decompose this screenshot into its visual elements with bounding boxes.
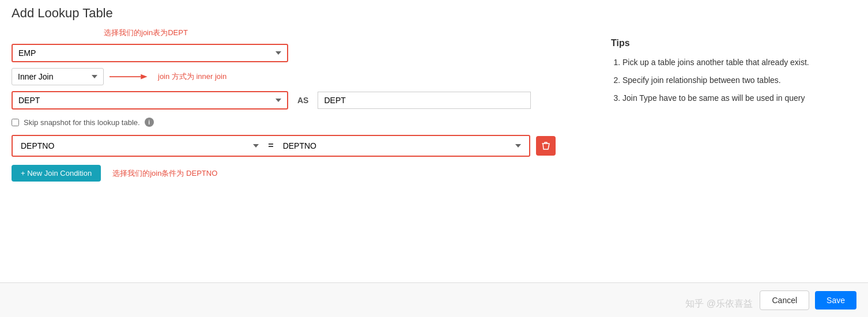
right-condition-select[interactable]: DEPTNO EMPNO ENAME JOB <box>280 138 524 153</box>
footer-bar: 知乎 @乐依喜益 Cancel Save <box>0 282 868 317</box>
tips-list: Pick up a table joins another table that… <box>611 55 830 106</box>
alias-input[interactable] <box>318 92 531 109</box>
page-container: Add Lookup Table 选择我们的join表为DEPT EMP DEP… <box>0 0 868 317</box>
tips-section: Tips Pick up a table joins another table… <box>611 32 830 193</box>
row-join-type: Inner Join Left Join Right Join Full Joi… <box>12 68 588 85</box>
arrow-annotation: join 方式为 inner join <box>110 71 227 82</box>
page-title: Add Lookup Table <box>12 6 856 21</box>
form-section: 选择我们的join表为DEPT EMP DEPT SALGRADE Inner … <box>12 32 588 193</box>
row-dept: DEPT EMP SALGRADE AS <box>12 91 588 110</box>
cancel-button[interactable]: Cancel <box>760 290 809 310</box>
join-condition-box: DEPTNO EMPNO ENAME JOB = DEPTNO EMPNO EN… <box>12 135 530 157</box>
annotation-condition: 选择我们的join条件为 DEPTNO <box>112 168 217 179</box>
emp-select-wrapper: 选择我们的join表为DEPT EMP DEPT SALGRADE <box>12 44 288 62</box>
row-join-condition: DEPTNO EMPNO ENAME JOB = DEPTNO EMPNO EN… <box>12 135 588 157</box>
eq-sign: = <box>268 141 273 151</box>
tip-item-2: Specify join relationship between two ta… <box>622 73 830 88</box>
delete-condition-button[interactable] <box>536 136 556 156</box>
annotation-table: 选择我们的join表为DEPT <box>104 28 188 38</box>
dept-select[interactable]: DEPT EMP SALGRADE <box>12 91 288 110</box>
as-label: AS <box>297 96 308 105</box>
join-type-select[interactable]: Inner Join Left Join Right Join Full Joi… <box>12 68 104 85</box>
row-skip: Skip snapshot for this lookup table. i <box>12 118 588 127</box>
skip-snapshot-checkbox[interactable] <box>12 119 19 126</box>
svg-marker-1 <box>141 74 147 80</box>
left-condition-select[interactable]: DEPTNO EMPNO ENAME JOB <box>17 138 262 153</box>
trash-icon <box>542 141 550 150</box>
skip-label: Skip snapshot for this lookup table. <box>24 118 140 127</box>
tip-item-3: Join Type have to be same as will be use… <box>622 91 830 105</box>
info-icon[interactable]: i <box>145 118 154 127</box>
tips-title: Tips <box>611 38 830 48</box>
arrow-icon <box>110 71 150 82</box>
tip-item-1: Pick up a table joins another table that… <box>622 55 830 70</box>
annotation-join-type: join 方式为 inner join <box>158 71 227 82</box>
row-new-condition: + New Join Condition 选择我们的join条件为 DEPTNO <box>12 165 588 182</box>
main-layout: 选择我们的join表为DEPT EMP DEPT SALGRADE Inner … <box>12 32 856 193</box>
row-emp: 选择我们的join表为DEPT EMP DEPT SALGRADE <box>12 32 588 62</box>
new-condition-button[interactable]: + New Join Condition <box>12 165 101 182</box>
table-select[interactable]: EMP DEPT SALGRADE <box>12 44 288 62</box>
save-button[interactable]: Save <box>815 291 856 310</box>
watermark: 知乎 @乐依喜益 <box>685 298 753 310</box>
